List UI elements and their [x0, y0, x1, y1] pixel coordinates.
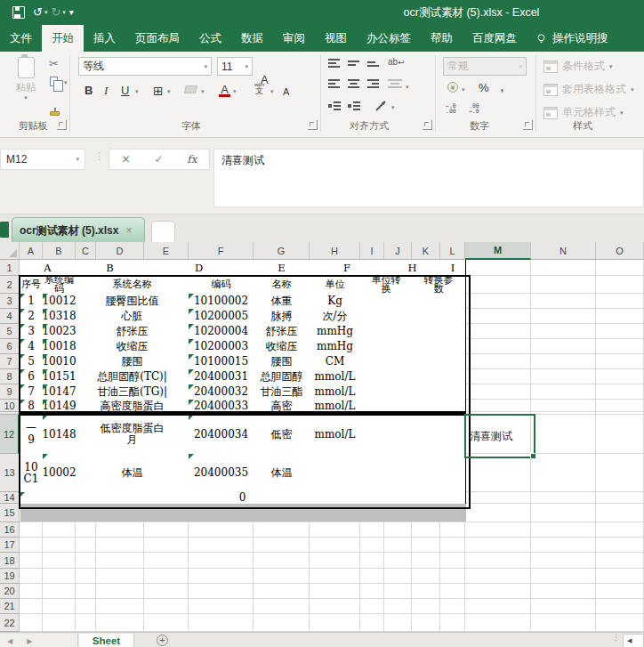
format-painter-icon[interactable] [50, 111, 60, 116]
cell-I4[interactable] [360, 309, 413, 325]
cell-G8[interactable]: 总胆固醇 [254, 369, 310, 385]
cell-A12[interactable]: 一 9 [20, 415, 44, 455]
row-header-17[interactable]: 17 [0, 538, 20, 553]
column-header-D[interactable]: D [96, 242, 144, 260]
enter-icon[interactable]: ✓ [154, 153, 163, 166]
row-header-10[interactable]: 10 [0, 400, 20, 412]
ribbon-tab-11[interactable]: 百度网盘 [463, 25, 527, 52]
cell-B5[interactable]: 10023 [43, 324, 76, 340]
cell-I8[interactable] [360, 369, 413, 385]
cell-H1[interactable]: F [310, 260, 385, 277]
cell-G2[interactable]: 名称 [254, 276, 310, 295]
cell-K4[interactable] [412, 309, 466, 325]
cell-C1[interactable]: B [76, 260, 145, 277]
row-header-19[interactable]: 19 [0, 569, 20, 584]
cell-A9[interactable]: 7 [20, 384, 44, 400]
formula-bar-splitter[interactable]: ⋮ [94, 152, 104, 159]
ribbon-tab-5[interactable]: 公式 [189, 25, 231, 52]
cell-F13[interactable]: 20400035 [189, 454, 254, 493]
row-header-2[interactable]: 2 [0, 276, 20, 294]
hscroll-left-icon[interactable]: ◀ [627, 637, 632, 644]
decrease-decimal-icon[interactable]: .00 →.0 [469, 103, 479, 114]
column-header-B[interactable]: B [43, 242, 76, 260]
ribbon-tab-4[interactable]: 页面布局 [125, 25, 189, 52]
customize-qat-icon[interactable]: ▾ [69, 0, 74, 25]
cell-C6[interactable]: 收缩压 [76, 339, 189, 355]
font-name-combo[interactable]: 等线 ▾ [78, 57, 212, 76]
column-header-L[interactable]: L [440, 242, 465, 260]
row-header-14[interactable]: 14 [0, 492, 20, 504]
row-header-20[interactable]: 20 [0, 584, 20, 599]
accounting-caret-icon[interactable]: ▾ [462, 86, 465, 93]
cell-A6[interactable]: 4 [20, 339, 44, 355]
underline-caret-icon[interactable]: ▾ [135, 88, 139, 95]
cell-H2[interactable]: 单位 [310, 276, 361, 295]
align-left-icon[interactable] [328, 79, 342, 90]
new-sheet-icon[interactable]: + [157, 635, 168, 646]
cell-B13[interactable]: 10002 [43, 454, 76, 493]
cell-H9[interactable]: mmol/L [310, 384, 361, 400]
font-color-button[interactable]: A [219, 83, 230, 97]
cell-B9[interactable]: 10147 [43, 384, 76, 400]
cell-A3[interactable]: 1 [20, 294, 44, 310]
ribbon-tab-1[interactable]: 文件 [0, 25, 42, 52]
column-header-E[interactable]: E [144, 242, 189, 260]
cell-B8[interactable]: 10151 [43, 369, 76, 385]
cancel-icon[interactable]: ✕ [121, 153, 130, 166]
align-right-icon[interactable] [367, 79, 381, 90]
cell-H4[interactable]: 次/分 [310, 309, 361, 325]
cell-F6[interactable]: 10200003 [189, 339, 254, 355]
sheet-nav-right-icon[interactable]: ▶ [27, 637, 32, 645]
cell-C2[interactable]: 系统名称 [76, 276, 189, 295]
wrap-text-icon[interactable]: ab↩ [388, 57, 405, 67]
cell-F7[interactable]: 10100015 [189, 354, 254, 370]
cell-A8[interactable]: 6 [20, 369, 44, 385]
cell-F9[interactable]: 20400032 [189, 384, 254, 400]
cell-F2[interactable]: 编码 [189, 276, 254, 295]
increase-decimal-icon[interactable]: ←.0 .00 [446, 103, 456, 114]
cell-G12[interactable]: 低密 [254, 415, 310, 455]
sheet-nav-left-icon[interactable]: ◀ [7, 637, 12, 645]
ribbon-tab-9[interactable]: 办公标签 [357, 25, 421, 52]
cell-K8[interactable] [412, 369, 466, 385]
cell-C7[interactable]: 腰围 [76, 354, 189, 370]
formula-input[interactable]: 清喜测试 [213, 149, 644, 207]
ribbon-tab-7[interactable]: 审阅 [273, 25, 315, 52]
cell-C4[interactable]: 心脏 [76, 309, 189, 325]
document-tab-active[interactable]: ocr测试素材 (5).xlsx × [12, 217, 145, 243]
fill-handle[interactable] [530, 453, 536, 459]
row-header-16[interactable]: 16 [0, 522, 20, 538]
cell-G1[interactable]: E [254, 260, 310, 277]
ribbon-tab-6[interactable]: 数据 [231, 25, 273, 52]
cell-K13[interactable] [412, 454, 466, 493]
cell-H13[interactable] [310, 454, 361, 493]
copy-caret-icon[interactable]: ▾ [64, 79, 68, 86]
cell-I9[interactable] [360, 384, 413, 400]
increase-indent-icon[interactable] [348, 101, 361, 112]
clipboard-dialog-launcher-icon[interactable] [57, 120, 67, 130]
cell-I3[interactable] [360, 294, 413, 310]
cell-F3[interactable]: 10100002 [189, 294, 254, 310]
align-top-icon[interactable] [328, 59, 342, 69]
row-header-3[interactable]: 3 [0, 294, 20, 309]
new-document-tab-button[interactable] [151, 221, 175, 243]
cell-A14[interactable]: 0 [20, 492, 466, 505]
underline-button[interactable]: U [121, 84, 129, 97]
orientation-caret-icon[interactable]: ▾ [391, 104, 395, 111]
column-header-F[interactable]: F [189, 242, 254, 260]
cell-G5[interactable]: 舒张压 [254, 324, 310, 340]
cell-H3[interactable]: Kg [310, 294, 361, 310]
row-header-15[interactable]: 15 [0, 504, 20, 522]
phonetic-guide-button[interactable]: wén 文 [254, 82, 264, 95]
row-header-1[interactable]: 1 [0, 260, 20, 276]
cell-F4[interactable]: 10200005 [189, 309, 254, 325]
horizontal-scrollbar[interactable]: ◀ [623, 634, 644, 647]
align-middle-icon[interactable] [348, 59, 361, 69]
cell-F8[interactable]: 20400031 [189, 369, 254, 385]
row-header-9[interactable]: 9 [0, 384, 20, 400]
cell-I13[interactable] [360, 454, 413, 493]
cell-G3[interactable]: 体重 [254, 294, 310, 310]
row-header-8[interactable]: 8 [0, 369, 20, 384]
cell-B4[interactable]: 10318 [43, 309, 76, 325]
cell-B6[interactable]: 10018 [43, 339, 76, 355]
